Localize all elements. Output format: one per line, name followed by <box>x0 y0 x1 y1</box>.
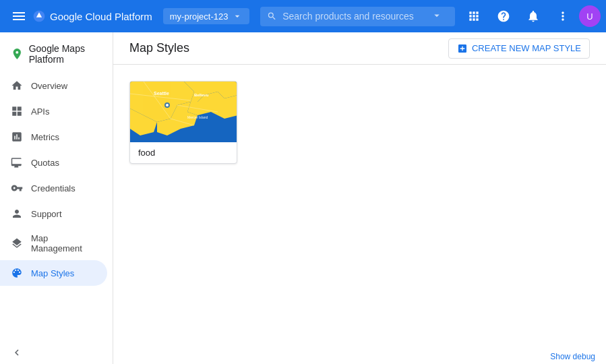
sidebar-nav: Overview APIs Metrics Quotas Credentials <box>0 70 113 341</box>
sidebar-item-credentials[interactable]: Credentials <box>0 175 107 201</box>
sidebar-item-map-management[interactable]: Map Management <box>0 226 107 260</box>
project-name: my-project-123 <box>170 11 229 22</box>
topbar-logo: Google Cloud Platform <box>32 9 152 23</box>
palette-icon <box>11 267 23 279</box>
sidebar-item-overview-label: Overview <box>31 81 67 91</box>
grid-icon <box>11 105 23 117</box>
main-layout: Google Maps Platform Overview APIs Metri… <box>0 32 606 364</box>
collapse-icon <box>11 346 23 359</box>
content-body: Seattle Bellevu Mercer Island food <box>113 65 606 364</box>
person-icon <box>11 208 23 220</box>
add-icon <box>457 43 468 54</box>
grid-icon-btn[interactable] <box>460 3 487 30</box>
search-bar[interactable] <box>260 7 455 26</box>
sidebar-item-map-management-label: Map Management <box>31 233 96 253</box>
svg-text:Mercer Island: Mercer Island <box>187 115 208 119</box>
map-thumbnail: Seattle Bellevu Mercer Island <box>130 82 237 142</box>
key-icon <box>11 182 23 194</box>
content-header: Map Styles CREATE NEW MAP STYLE <box>113 32 606 65</box>
sidebar-item-apis-label: APIs <box>31 107 49 117</box>
menu-icon[interactable] <box>5 3 32 30</box>
svg-text:Seattle: Seattle <box>154 91 169 96</box>
map-preview-svg: Seattle Bellevu Mercer Island <box>130 82 237 142</box>
user-avatar[interactable]: U <box>579 5 601 27</box>
sidebar-item-support[interactable]: Support <box>0 201 107 226</box>
notifications-icon-btn[interactable] <box>520 3 547 30</box>
search-dropdown-icon[interactable] <box>431 9 448 24</box>
help-icon-btn[interactable] <box>490 3 517 30</box>
debug-label: Show debug <box>550 352 595 361</box>
main-content: Map Styles CREATE NEW MAP STYLE <box>113 32 606 364</box>
more-icon-btn[interactable] <box>549 3 576 30</box>
debug-bar[interactable]: Show debug <box>539 349 606 364</box>
layers-icon <box>11 237 23 249</box>
monitor-icon <box>11 156 23 169</box>
sidebar-item-credentials-label: Credentials <box>31 183 75 193</box>
sidebar-item-overview[interactable]: Overview <box>0 73 107 98</box>
sidebar-collapse-btn[interactable] <box>0 341 113 364</box>
svg-point-14 <box>166 104 169 107</box>
sidebar: Google Maps Platform Overview APIs Metri… <box>0 32 113 364</box>
search-input[interactable] <box>282 11 431 22</box>
sidebar-item-metrics[interactable]: Metrics <box>0 124 107 150</box>
chart-icon <box>11 131 23 143</box>
create-map-style-button[interactable]: CREATE NEW MAP STYLE <box>448 38 590 59</box>
sidebar-brand-label: Google Maps Platform <box>29 43 102 65</box>
map-card-food-label: food <box>130 142 237 163</box>
svg-text:Bellevu: Bellevu <box>194 93 209 97</box>
sidebar-brand[interactable]: Google Maps Platform <box>0 35 113 70</box>
topbar: Google Cloud Platform my-project-123 U <box>0 0 606 32</box>
topbar-title: Google Cloud Platform <box>50 11 152 22</box>
home-icon <box>11 80 23 92</box>
page-title: Map Styles <box>129 41 189 55</box>
gcp-logo-icon <box>32 9 46 23</box>
sidebar-item-map-styles[interactable]: Map Styles <box>0 260 107 286</box>
map-card-food[interactable]: Seattle Bellevu Mercer Island food <box>129 81 237 164</box>
create-button-label: CREATE NEW MAP STYLE <box>472 43 581 53</box>
sidebar-item-apis[interactable]: APIs <box>0 98 107 124</box>
sidebar-item-metrics-label: Metrics <box>31 132 59 142</box>
project-selector[interactable]: my-project-123 <box>163 8 250 24</box>
sidebar-item-support-label: Support <box>31 209 62 219</box>
topbar-actions: U <box>460 3 601 30</box>
search-icon <box>267 10 277 22</box>
sidebar-item-map-styles-label: Map Styles <box>31 268 74 278</box>
maps-brand-icon <box>11 46 24 62</box>
sidebar-item-quotas[interactable]: Quotas <box>0 150 107 175</box>
sidebar-item-quotas-label: Quotas <box>31 158 59 168</box>
